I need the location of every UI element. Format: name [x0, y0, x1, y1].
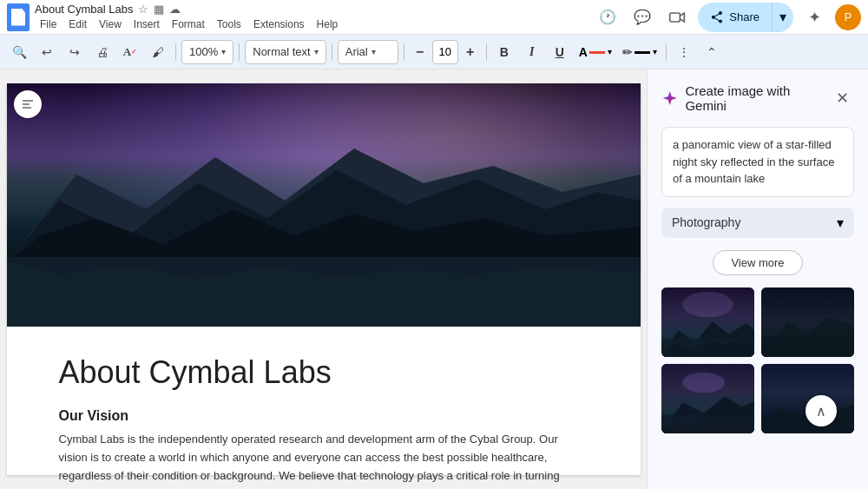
- video-call-button[interactable]: [663, 3, 691, 31]
- share-dropdown-arrow[interactable]: ▾: [772, 3, 793, 32]
- share-label: Share: [729, 10, 760, 23]
- prompt-textarea[interactable]: a panoramic view of a star-filled night …: [661, 127, 854, 197]
- reflection-svg: [7, 257, 641, 327]
- zoom-select[interactable]: 100% ▾: [181, 40, 233, 64]
- mountain-svg: [7, 122, 641, 261]
- history-button[interactable]: 🕐: [594, 3, 621, 31]
- gemini-icon: [661, 89, 678, 107]
- view-more-button[interactable]: View more: [713, 250, 802, 275]
- toolbar-divider-4: [404, 43, 404, 61]
- font-size-input[interactable]: 10: [432, 40, 458, 64]
- top-right-actions: 🕐 💬 Share ▾ ✦ P: [594, 3, 861, 32]
- menu-file[interactable]: File: [35, 17, 62, 32]
- share-button[interactable]: Share ▾: [698, 3, 793, 32]
- doc-title-row: About Cymbal Labs ☆ ▦ ☁: [35, 3, 589, 16]
- user-avatar[interactable]: P: [835, 4, 861, 30]
- generated-image-2[interactable]: [761, 287, 854, 357]
- paragraph-style-value: Normal text: [253, 45, 310, 58]
- font-size-increase[interactable]: +: [460, 40, 481, 64]
- comments-button[interactable]: 💬: [628, 3, 656, 31]
- text-color-indicator: [589, 51, 605, 54]
- underline-button[interactable]: U: [548, 40, 572, 64]
- spellcheck-button[interactable]: A✓: [118, 40, 142, 64]
- doc-title: About Cymbal Labs: [59, 354, 589, 391]
- paragraph-style-select[interactable]: Normal text ▾: [245, 40, 326, 64]
- highlight-color-button[interactable]: ✏ ▾: [619, 43, 661, 61]
- menu-insert[interactable]: Insert: [128, 17, 165, 32]
- paragraph-style-arrow: ▾: [314, 47, 319, 56]
- generated-image-3[interactable]: [661, 364, 754, 433]
- toolbar-divider-3: [332, 43, 332, 61]
- expand-toolbar-button[interactable]: ⌃: [700, 40, 724, 64]
- generated-image-1[interactable]: [661, 287, 754, 357]
- style-arrow-icon: ▾: [837, 215, 844, 231]
- font-name-value: Arial: [345, 45, 368, 58]
- doc-body-text: Cymbal Labs is the independently operate…: [59, 431, 589, 485]
- gemini-sparkle-button[interactable]: ✦: [800, 3, 828, 31]
- doc-page: About Cymbal Labs Our Vision Cymbal Labs…: [7, 83, 641, 475]
- scroll-up-button[interactable]: ∧: [806, 395, 837, 426]
- style-dropdown[interactable]: Photography ▾: [661, 208, 854, 238]
- panel-close-button[interactable]: ✕: [831, 86, 854, 110]
- zoom-arrow: ▾: [221, 47, 226, 56]
- doc-area: About Cymbal Labs Our Vision Cymbal Labs…: [0, 69, 647, 489]
- undo-button[interactable]: ↩: [35, 40, 59, 64]
- docs-logo-icon: [7, 3, 30, 31]
- panel-title: Create image with Gemini: [685, 83, 830, 113]
- menu-view[interactable]: View: [94, 17, 127, 32]
- toolbar-divider-2: [239, 43, 240, 61]
- svg-rect-16: [761, 336, 854, 356]
- main-area: About Cymbal Labs Our Vision Cymbal Labs…: [0, 69, 868, 489]
- svg-rect-0: [670, 13, 681, 22]
- highlight-icon: ✏: [622, 45, 633, 59]
- doc-hero-image: [7, 83, 641, 327]
- zoom-value: 100%: [189, 45, 218, 58]
- gemini-panel: Create image with Gemini ✕ a panoramic v…: [647, 69, 868, 489]
- star-icon[interactable]: ☆: [138, 3, 148, 16]
- highlight-color-indicator: [635, 51, 650, 54]
- folder-icon[interactable]: ▦: [154, 3, 164, 16]
- doc-section-title: Our Vision: [59, 408, 589, 424]
- doc-content: About Cymbal Labs Our Vision Cymbal Labs…: [7, 327, 641, 489]
- text-color-arrow[interactable]: ▾: [608, 47, 612, 56]
- font-size-decrease[interactable]: −: [410, 40, 431, 64]
- panel-title-area: Create image with Gemini: [661, 83, 831, 113]
- bold-button[interactable]: B: [492, 40, 516, 64]
- toolbar-divider-6: [666, 43, 667, 61]
- highlight-color-arrow[interactable]: ▾: [653, 47, 657, 56]
- svg-point-18: [682, 373, 725, 393]
- svg-rect-21: [661, 414, 754, 433]
- menu-help[interactable]: Help: [312, 17, 344, 32]
- svg-point-10: [682, 291, 733, 316]
- more-options-button[interactable]: ⋮: [672, 40, 696, 64]
- text-color-button[interactable]: A ▾: [575, 43, 615, 61]
- font-name-select[interactable]: Arial ▾: [338, 40, 398, 64]
- view-more-label: View more: [731, 256, 784, 269]
- doc-title-text: About Cymbal Labs: [35, 3, 133, 16]
- generated-image-4[interactable]: [761, 364, 854, 433]
- top-bar: About Cymbal Labs ☆ ▦ ☁ File Edit View I…: [0, 0, 868, 35]
- share-button-main[interactable]: Share: [698, 3, 772, 32]
- doc-title-area: About Cymbal Labs ☆ ▦ ☁ File Edit View I…: [35, 3, 589, 32]
- print-button[interactable]: 🖨: [90, 40, 115, 64]
- svg-rect-13: [661, 338, 754, 357]
- menu-extensions[interactable]: Extensions: [248, 17, 310, 32]
- menu-format[interactable]: Format: [167, 17, 210, 32]
- cloud-icon[interactable]: ☁: [169, 3, 181, 16]
- style-label: Photography: [672, 215, 740, 229]
- paint-format-button[interactable]: 🖌: [146, 40, 170, 64]
- font-name-arrow: ▾: [372, 47, 376, 56]
- outline-button[interactable]: [14, 90, 42, 118]
- prompt-text: a panoramic view of a star-filled night …: [673, 138, 834, 185]
- text-color-letter: A: [579, 45, 588, 59]
- menu-bar: File Edit View Insert Format Tools Exten…: [35, 17, 589, 32]
- panel-header: Create image with Gemini ✕: [661, 83, 854, 113]
- menu-edit[interactable]: Edit: [63, 17, 92, 32]
- search-toolbar-button[interactable]: 🔍: [7, 40, 31, 64]
- redo-button[interactable]: ↪: [62, 40, 87, 64]
- italic-button[interactable]: I: [520, 40, 544, 64]
- menu-tools[interactable]: Tools: [212, 17, 247, 32]
- font-size-area: − 10 +: [410, 40, 481, 64]
- scroll-up-icon: ∧: [816, 403, 826, 420]
- toolbar: 🔍 ↩ ↪ 🖨 A✓ 🖌 100% ▾ Normal text ▾ Arial …: [0, 35, 868, 69]
